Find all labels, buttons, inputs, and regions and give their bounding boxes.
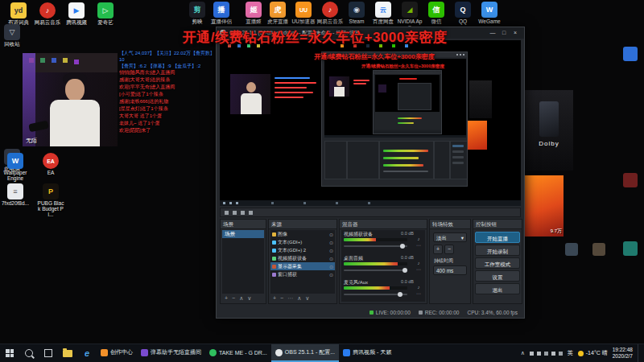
desktop-icon-wechat[interactable]: 信 微信 [423,2,450,24]
settings-button[interactable]: 设置 [475,270,520,282]
remove-source-icon[interactable]: − [280,294,283,302]
visibility-eye-icon[interactable]: ⊙ [329,232,333,237]
desktop-icon-pubg[interactable]: P PUBG Black Budget Pl... [37,183,64,217]
visibility-eye-icon[interactable]: ⊙ [329,264,333,269]
obs-source-toolbar[interactable] [220,208,521,217]
desktop-icon-file[interactable]: ≡ 7fxd20f8d... [2,183,29,206]
add-scene-icon[interactable]: + [225,294,228,302]
taskbar-window-tencent-video[interactable]: 腾讯视频 - 天籁 [339,344,395,362]
desktop-icon-youdao[interactable]: yd 有道词典 [5,2,32,25]
volume-slider-handle[interactable] [402,268,407,273]
volume-meter-fill [344,238,376,241]
remove-transition-icon[interactable]: − [444,245,454,254]
taskbar-window-danmu-helper[interactable]: 弹幕助手无陌直播间 [137,344,205,362]
orange-art-window[interactable]: 9.7万 [522,175,564,237]
desktop-icon-netease-music-2[interactable]: ♪ 网易云音乐 [316,2,344,24]
channel-options-icon[interactable]: ⋯ [415,290,423,297]
volume-slider[interactable] [344,245,407,247]
desktop-icon-recycle-bin[interactable]: ▽ 回收站 [0,24,26,47]
weather-widget[interactable]: -14°C 晴 [578,350,608,356]
desktop-icon-live-companion[interactable]: 播 直播伴侣 [208,2,235,24]
maximize-icon[interactable]: □ [498,27,510,39]
exit-button[interactable]: 退出 [475,283,520,294]
source-item[interactable]: 窗口捕获 ⊙ [270,270,335,278]
edge-button[interactable]: e [77,344,97,362]
phone-image [539,101,559,137]
desktop-icon-nvidia[interactable]: ◢ NVIDIA App [396,2,423,30]
taskbar-clock[interactable]: 19:22:48 2020/2/7 [613,347,633,360]
scene-up-icon[interactable]: ∧ [239,294,243,302]
volume-slider[interactable] [344,269,407,271]
remove-scene-icon[interactable]: − [232,294,235,302]
mixer-channel-db: 0.0 dB [401,279,414,284]
scene-item-selected[interactable]: 场景 [222,230,264,238]
show-desktop-button[interactable] [638,344,641,362]
volume-slider-handle[interactable] [398,292,402,297]
desktop-icon-tencent-video[interactable]: ▶ 腾讯视频 [63,2,90,25]
visibility-eye-icon[interactable]: ⊙ [329,240,333,245]
desktop-icon-unknown-blue[interactable] [623,47,638,61]
start-recording-button[interactable]: 开始录制 [475,245,520,256]
volume-slider-handle[interactable] [400,244,405,249]
taskbar-window-creator-center[interactable]: 创作中心 [97,344,137,362]
channel-options-icon[interactable]: ⋯ [415,242,423,249]
channel-options-icon[interactable]: ⋯ [415,266,423,273]
desktop-icon-baidu-pan[interactable]: 云 百度网盘 [369,2,397,24]
input-language-indicator[interactable]: 英 [568,350,573,356]
desktop-icon-qq[interactable]: Q QQ [449,2,477,24]
desktop-icon-wegame[interactable]: W WeGame [476,2,503,24]
desktop-icon-uu[interactable]: UU UU加速器 [290,2,317,24]
add-source-icon[interactable]: + [273,294,276,302]
start-streaming-button[interactable]: 开始直播 [475,232,520,243]
transition-select[interactable]: 淡出 ▾ [433,232,467,242]
speaker-icon[interactable]: ♪ [415,284,423,290]
volume-slider[interactable] [344,294,407,295]
sources-list[interactable]: 图像 ⊙ 文本(GDI+) ⊙ 文本(GDI+) 2 ⊙ 视频捕获设备 ⊙ [270,230,335,294]
task-view-button[interactable] [39,344,58,362]
taskbar-window-music-player[interactable]: TAKE ME - G DR... [205,344,271,362]
source-item[interactable]: 视频捕获设备 ⊙ [270,254,335,262]
source-properties-icon[interactable]: ⋯ [287,294,293,302]
file-explorer-button[interactable] [58,344,77,362]
desktop-icon-zhiboji[interactable]: 姬 直播姬 [240,2,267,24]
tray-icons[interactable] [530,352,534,356]
desktop-icon-netease-music[interactable]: ♪ 网易云音乐 [34,2,61,25]
duration-spinbox[interactable]: 400 ms [433,265,467,275]
search-button[interactable] [19,344,39,362]
speaker-icon[interactable]: ♪ [415,260,423,266]
source-down-icon[interactable]: ∨ [305,294,309,302]
add-transition-icon[interactable]: + [433,245,443,254]
scenes-list[interactable]: 场景 [222,230,264,294]
source-item-selected[interactable]: 显示器采集 ⊙ [270,262,335,270]
source-item[interactable]: 文本(GDI+) ⊙ [270,238,335,246]
minimize-icon[interactable]: — [487,27,498,39]
scene-down-icon[interactable]: ∨ [247,294,251,302]
desktop-icon-jianying[interactable]: 剪 剪映 [184,2,211,24]
start-button[interactable] [0,344,19,362]
visibility-eye-icon[interactable]: ⊙ [329,256,333,261]
studio-mode-button[interactable]: 工作室模式 [475,257,520,269]
dolby-promo-window[interactable]: Dolby [525,90,573,171]
desktop-icon-huya[interactable]: 虎 虎牙直播 [264,2,291,24]
desktop-icon-ea[interactable]: EA EA [37,153,64,175]
edge-icon: e [85,348,89,358]
taskbar-window-obs[interactable]: OBS 25.1.1 - 配置... [271,344,339,362]
desktop-icon-unknown-2[interactable] [592,243,605,256]
mixer-channel: 视频捕获设备 0.0 dB ♪ ⋯ [341,230,425,254]
tencent-video-icon: ▶ [68,2,85,19]
close-icon[interactable]: × [510,27,521,39]
desktop-icon-unknown-teal[interactable] [623,241,638,256]
streamer-name: 无陌 [26,137,37,145]
desktop-icon-wallpaper-engine[interactable]: W Wallpaper Engine [2,153,29,181]
tray-chevron-icon[interactable]: ∧ [521,350,525,356]
desktop-icon-steam[interactable]: ◉ Steam [343,2,370,24]
source-up-icon[interactable]: ∧ [297,294,301,302]
source-item[interactable]: 图像 ⊙ [270,230,335,238]
visibility-eye-icon[interactable]: ⊙ [329,248,333,253]
desktop-icon-unknown-red[interactable] [623,173,638,187]
desktop-icon-iqiyi[interactable]: ▷ 爱奇艺 [92,2,119,25]
desktop-icon-unknown-1[interactable] [565,243,578,256]
visibility-eye-icon[interactable]: ⊙ [329,272,333,278]
source-item[interactable]: 文本(GDI+) 2 ⊙ [270,246,335,254]
speaker-icon[interactable]: ♪ [415,236,423,242]
